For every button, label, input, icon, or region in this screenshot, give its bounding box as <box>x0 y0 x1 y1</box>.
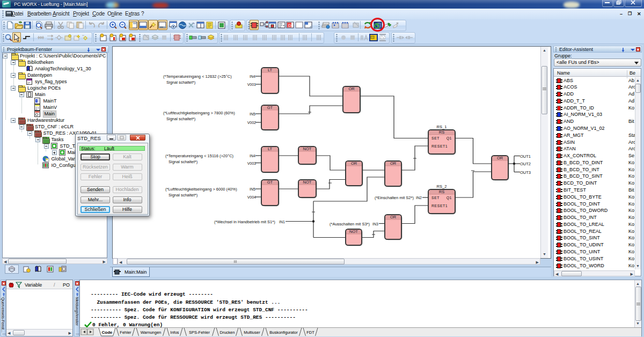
svg-text:LT: LT <box>268 68 273 72</box>
svg-text:Signal schaltet*): Signal schaltet*) <box>169 159 198 164</box>
svg-text:OR: OR <box>390 215 397 219</box>
svg-text:Warnungen: Warnungen <box>141 330 162 335</box>
svg-text:Multiuser: Multiuser <box>244 330 260 335</box>
svg-text:(*Luftfeuchtigkeitseingang > 6: (*Luftfeuchtigkeitseingang > 6000 (40%) <box>165 187 237 192</box>
svg-text:Drucken: Drucken <box>220 330 235 335</box>
svg-text:(*Einschalten mit S2*): (*Einschalten mit S2*) <box>375 195 414 200</box>
svg-text:IN3: IN3 <box>372 222 378 226</box>
svg-text:V002: V002 <box>247 121 256 124</box>
svg-text:OR: OR <box>351 161 357 166</box>
svg-text:SPS-Fehler: SPS-Fehler <box>189 330 210 335</box>
svg-text:}>: }> <box>27 81 31 84</box>
svg-text:SET: SET <box>431 196 440 200</box>
svg-text:(*Wechsel in Handbetrieb mit S: (*Wechsel in Handbetrieb mit S1*) <box>214 219 275 224</box>
svg-text:SET: SET <box>431 136 440 140</box>
svg-text:RS_2: RS_2 <box>437 184 447 189</box>
svg-text:OR: OR <box>497 156 503 160</box>
svg-text:IN5: IN5 <box>250 112 255 116</box>
svg-text:Signal schaltet*): Signal schaltet*) <box>166 80 196 85</box>
svg-text:OR: OR <box>390 161 397 166</box>
svg-text:(*Temperatureingang < 15116 (>: (*Temperatureingang < 15116 (>20°C) <box>165 153 234 158</box>
svg-text:NOT: NOT <box>303 146 312 151</box>
svg-text:Code: Code <box>102 330 113 335</box>
svg-text:Fehler: Fehler <box>120 330 131 335</box>
svg-text:IN1: IN1 <box>279 220 285 224</box>
svg-text:NOT: NOT <box>349 229 358 234</box>
svg-text:V004: V004 <box>247 195 256 199</box>
svg-text:Signal schaltet*): Signal schaltet*) <box>169 193 198 197</box>
svg-text:GT: GT <box>267 180 273 185</box>
svg-text:RS_1: RS_1 <box>437 124 447 129</box>
svg-text:OUT1: OUT1 <box>520 154 531 159</box>
svg-text:Infos: Infos <box>170 330 179 335</box>
svg-text:IN5: IN5 <box>250 187 255 191</box>
svg-text:V001: V001 <box>247 83 256 86</box>
svg-text:RS: RS <box>439 189 444 194</box>
svg-text:LT: LT <box>268 146 273 151</box>
svg-text:IN4: IN4 <box>250 154 255 158</box>
svg-text:V003: V003 <box>247 162 256 165</box>
svg-text:(*Luftfeuchtigkeitseingang > 7: (*Luftfeuchtigkeitseingang > 7800 (60%) <box>163 111 235 115</box>
svg-text:IN4: IN4 <box>250 75 255 78</box>
svg-text:RS: RS <box>439 130 444 135</box>
svg-text:OUT2: OUT2 <box>520 162 531 166</box>
svg-text:D: D <box>288 23 291 28</box>
svg-text:FDT: FDT <box>306 330 314 335</box>
svg-text:NOT: NOT <box>303 180 312 185</box>
svg-text:(*Ausschalten mit S3*): (*Ausschalten mit S3*) <box>330 222 370 226</box>
svg-text:GT: GT <box>267 105 273 110</box>
svg-text:OUT3: OUT3 <box>520 170 531 175</box>
svg-text:(*Temperatureingang < 12632 (>: (*Temperatureingang < 12632 (>25°C) <box>163 74 232 79</box>
svg-text:RESET1: RESET1 <box>431 144 448 148</box>
svg-text:Q1: Q1 <box>447 196 452 200</box>
svg-text:Q1: Q1 <box>447 136 452 141</box>
svg-text:Signal schaltet*): Signal schaltet*) <box>166 116 196 121</box>
svg-text:RESET1: RESET1 <box>431 204 448 208</box>
svg-text:OR: OR <box>348 86 355 91</box>
svg-text:IN2: IN2 <box>416 196 422 200</box>
svg-text:Buskonfigurator: Buskonfigurator <box>269 330 298 335</box>
